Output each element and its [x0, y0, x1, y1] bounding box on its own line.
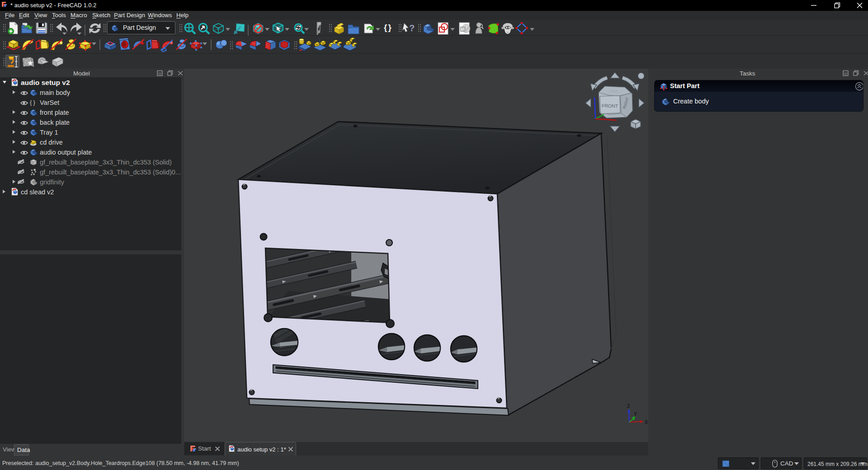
- svg-text:FRONT: FRONT: [602, 103, 618, 109]
- svg-text:Y: Y: [634, 411, 637, 417]
- svg-text:Z: Z: [627, 403, 630, 409]
- svg-text:X: X: [645, 419, 648, 425]
- svg-text:?: ?: [409, 23, 415, 33]
